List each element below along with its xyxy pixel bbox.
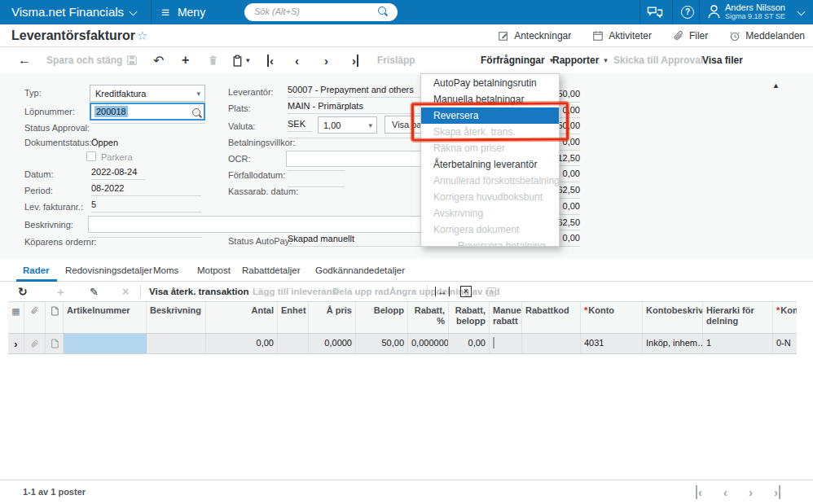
grid-data-row[interactable]: › 0,00 0,0000 50,00 0,000000 0,00 4031 I… <box>8 334 797 354</box>
lookup-icon[interactable] <box>192 108 200 116</box>
save-button[interactable] <box>126 47 138 73</box>
cell-belopp[interactable]: 50,00 <box>356 334 408 353</box>
last-page-button[interactable]: › <box>774 485 780 500</box>
edit-row-button[interactable]: ✎ <box>90 282 99 301</box>
last-record-button[interactable]: › <box>352 47 358 73</box>
dela-upp-rad-button[interactable]: Dela upp rad <box>332 282 389 301</box>
cell-rabatt-pct[interactable]: 0,000000 <box>408 334 449 353</box>
messages-link[interactable]: Meddelanden <box>729 30 805 42</box>
manuell-rabatt-checkbox[interactable] <box>493 337 494 348</box>
menu-item-korrigera-dokument[interactable]: Korrigera dokument <box>421 221 559 238</box>
cell-beskrivning[interactable] <box>147 334 206 353</box>
collapse-panel-icon[interactable]: ▲ <box>772 81 780 90</box>
cell-enhet[interactable] <box>278 334 309 353</box>
main-menu-button[interactable]: ≡Meny <box>161 0 205 24</box>
menu-item-annullerad-forskottsbetalning[interactable]: Annullerad förskottsbetalning <box>421 173 559 189</box>
import-button[interactable] <box>486 282 497 301</box>
release-button[interactable]: Frisläpp <box>377 47 415 73</box>
menu-item-aterbetalning-leverantor[interactable]: Återbetalning leverantör <box>421 156 559 173</box>
first-page-button[interactable]: ‹ <box>696 485 702 500</box>
column-header-rabatt-belopp[interactable]: Rabatt, belopp <box>449 302 490 333</box>
previous-page-button[interactable]: ‹ <box>723 485 727 500</box>
visa-aterk-transaktion-button[interactable]: Visa återk. transaktion <box>149 282 249 301</box>
export-excel-button[interactable]: X <box>460 282 472 301</box>
save-and-close-button[interactable]: Spara och stäng <box>46 47 122 73</box>
menu-item-korrigera-huvudboksbunt[interactable]: Korrigera huvudboksbunt <box>421 189 559 205</box>
parkera-checkbox[interactable] <box>86 151 96 161</box>
tab-redovisningsdetaljer[interactable]: Redovisningsdetaljer <box>65 265 152 275</box>
undo-button[interactable]: ↶ <box>153 47 164 73</box>
column-header-kontobeskriv[interactable]: Kontobeskriv <box>643 302 703 333</box>
column-settings-button[interactable]: ▦ <box>8 302 24 333</box>
attachments-column-header[interactable] <box>24 302 46 333</box>
menu-item-autopay-betalningsrutin[interactable]: AutoPay betalningsrutin <box>421 75 559 91</box>
favorite-star-icon[interactable]: ☆ <box>137 28 147 43</box>
lopnummer-input[interactable]: 200018 <box>90 103 205 121</box>
notes-column-header[interactable] <box>46 302 64 333</box>
files-link[interactable]: Filer <box>673 30 708 42</box>
cell-rabattkod[interactable] <box>522 334 581 353</box>
column-header-artikelnummer[interactable]: Artikelnummer <box>64 302 147 333</box>
cell-konto[interactable]: 4031 <box>581 334 643 353</box>
cell-manuell-rabatt[interactable] <box>490 334 522 353</box>
activities-link[interactable]: Aktiviteter <box>592 30 652 42</box>
send-to-approval-button[interactable]: Skicka till Approval <box>613 47 703 73</box>
add-row-button[interactable]: + <box>57 282 64 301</box>
cell-a-pris[interactable]: 0,0000 <box>309 334 356 353</box>
user-menu-chevron-icon[interactable] <box>798 8 806 16</box>
row-note-cell[interactable] <box>46 334 64 353</box>
next-page-button[interactable]: › <box>749 485 753 500</box>
back-button[interactable]: ← <box>18 47 31 73</box>
search-icon[interactable] <box>378 7 386 15</box>
column-header-konto2[interactable]: *Konto <box>773 302 797 333</box>
delete-row-button[interactable]: × <box>122 282 129 301</box>
column-header-hierarki[interactable]: Hierarki för delning <box>703 302 773 333</box>
cell-rabatt-belopp[interactable]: 0,00 <box>449 334 490 353</box>
typ-select[interactable]: Kreditfaktura▾ <box>90 85 205 102</box>
tab-rader[interactable]: Rader <box>23 265 50 275</box>
column-header-enhet[interactable]: Enhet <box>278 302 309 333</box>
next-record-button[interactable]: › <box>324 47 328 73</box>
tab-godkannandedetaljer[interactable]: Godkännandedetaljer <box>315 265 405 275</box>
column-header-manuell-rabatt[interactable]: Manuell rabatt <box>490 302 522 333</box>
previous-record-button[interactable]: ‹ <box>295 47 299 73</box>
menu-item-avskrivning[interactable]: Avskrivning <box>421 205 559 221</box>
add-button[interactable]: + <box>182 47 189 73</box>
cell-konto2[interactable]: 0-N <box>773 334 797 353</box>
copy-paste-button[interactable]: ▾ <box>232 47 250 73</box>
column-header-a-pris[interactable]: Å pris <box>309 302 356 333</box>
cell-hierarki[interactable]: 1 <box>703 334 773 353</box>
valutakurs-select[interactable]: 1,00▾ <box>318 116 377 134</box>
column-header-antal[interactable]: Antal <box>206 302 278 333</box>
cell-antal[interactable]: 0,00 <box>206 334 278 353</box>
column-header-beskrivning[interactable]: Beskrivning <box>147 302 206 333</box>
lagg-till-inleverans-button[interactable]: Lägg till inleverans <box>253 282 337 301</box>
column-header-rabatt-pct[interactable]: Rabatt, % <box>408 302 449 333</box>
fit-width-button[interactable]: ↔ <box>435 282 450 301</box>
ocr-input[interactable] <box>286 151 422 167</box>
brand-menu[interactable]: Visma.net Financials <box>11 0 136 24</box>
inquiries-dropdown-button[interactable]: Förfrågningar▾ <box>481 47 553 73</box>
cell-kontobeskriv[interactable]: Inköp, inhem… <box>643 334 703 353</box>
tab-moms[interactable]: Moms <box>153 265 178 275</box>
row-attachment-cell[interactable] <box>24 334 46 353</box>
menu-item-rakna-om-priser[interactable]: Räkna om priser <box>421 140 559 156</box>
column-header-konto[interactable]: *Konto <box>581 302 643 333</box>
column-header-rabattkod[interactable]: Rabattkod <box>522 302 581 333</box>
beskrivning-input[interactable] <box>88 216 422 233</box>
user-avatar[interactable] <box>707 4 721 20</box>
first-record-button[interactable]: ‹ <box>267 47 274 73</box>
delete-button[interactable] <box>208 47 218 73</box>
show-files-button[interactable]: Visa filer <box>702 47 743 73</box>
menu-item-clipped[interactable]: Reversera betalning <box>421 238 559 247</box>
cell-artikelnummer[interactable] <box>64 334 147 353</box>
column-header-belopp[interactable]: Belopp <box>356 302 408 333</box>
help-button[interactable]: ? <box>681 6 694 19</box>
chat-button[interactable] <box>646 5 664 20</box>
refresh-button[interactable]: ↻ <box>18 282 28 301</box>
tab-rabattdetaljer[interactable]: Rabattdetaljer <box>242 265 301 275</box>
reports-dropdown-button[interactable]: Rapporter▾ <box>552 47 608 73</box>
notes-link[interactable]: Anteckningar <box>498 30 571 42</box>
tab-motpost[interactable]: Motpost <box>197 265 231 275</box>
search-input[interactable]: Sök (Alt+S) <box>244 3 398 21</box>
